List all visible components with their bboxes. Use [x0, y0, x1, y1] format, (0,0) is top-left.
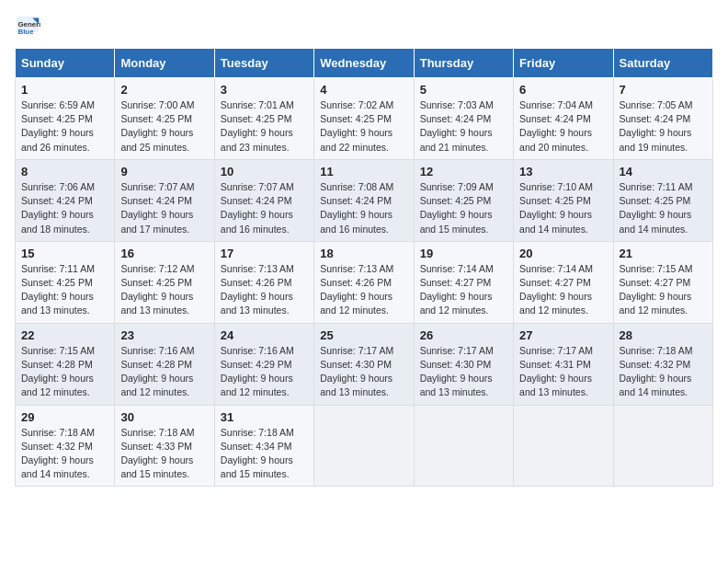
calendar-cell: 2 Sunrise: 7:00 AM Sunset: 4:25 PM Dayli…	[115, 78, 214, 160]
calendar-cell	[613, 405, 712, 487]
calendar-cell	[514, 405, 613, 487]
calendar-cell	[414, 405, 513, 487]
day-number: 16	[120, 247, 208, 260]
day-info: Sunrise: 7:13 AM Sunset: 4:26 PM Dayligh…	[221, 262, 308, 318]
calendar-cell: 28 Sunrise: 7:18 AM Sunset: 4:32 PM Dayl…	[613, 323, 712, 405]
calendar-cell: 5 Sunrise: 7:03 AM Sunset: 4:24 PM Dayli…	[414, 78, 513, 160]
calendar-week-row: 8 Sunrise: 7:06 AM Sunset: 4:24 PM Dayli…	[16, 159, 713, 241]
day-info: Sunrise: 7:07 AM Sunset: 4:24 PM Dayligh…	[120, 180, 208, 236]
calendar-week-row: 15 Sunrise: 7:11 AM Sunset: 4:25 PM Dayl…	[16, 241, 713, 323]
calendar-cell: 25 Sunrise: 7:17 AM Sunset: 4:30 PM Dayl…	[314, 323, 414, 405]
day-number: 3	[221, 83, 308, 97]
day-info: Sunrise: 7:16 AM Sunset: 4:29 PM Dayligh…	[221, 344, 308, 400]
day-number: 15	[21, 247, 108, 260]
day-number: 19	[420, 247, 507, 260]
day-info: Sunrise: 7:16 AM Sunset: 4:28 PM Dayligh…	[120, 344, 208, 400]
day-number: 4	[320, 83, 407, 97]
calendar-cell: 12 Sunrise: 7:09 AM Sunset: 4:25 PM Dayl…	[414, 159, 513, 241]
day-number: 1	[21, 83, 108, 97]
calendar-cell: 22 Sunrise: 7:15 AM Sunset: 4:28 PM Dayl…	[16, 323, 115, 405]
day-info: Sunrise: 7:10 AM Sunset: 4:25 PM Dayligh…	[519, 180, 607, 236]
day-info: Sunrise: 7:17 AM Sunset: 4:30 PM Dayligh…	[420, 344, 507, 400]
day-info: Sunrise: 7:04 AM Sunset: 4:24 PM Dayligh…	[519, 98, 607, 155]
calendar-header-friday: Friday	[514, 49, 613, 78]
day-number: 26	[420, 328, 507, 342]
svg-text:Blue: Blue	[18, 28, 35, 36]
day-number: 8	[21, 165, 108, 178]
calendar-cell: 15 Sunrise: 7:11 AM Sunset: 4:25 PM Dayl…	[16, 241, 115, 323]
day-number: 9	[120, 165, 208, 178]
calendar-week-row: 22 Sunrise: 7:15 AM Sunset: 4:28 PM Dayl…	[16, 323, 713, 405]
calendar-header-saturday: Saturday	[613, 49, 712, 78]
day-info: Sunrise: 7:05 AM Sunset: 4:24 PM Dayligh…	[620, 98, 707, 155]
calendar-cell: 1 Sunrise: 6:59 AM Sunset: 4:25 PM Dayli…	[16, 78, 115, 160]
day-info: Sunrise: 7:03 AM Sunset: 4:24 PM Dayligh…	[420, 98, 507, 155]
page-header: General Blue	[15, 15, 713, 40]
day-number: 30	[120, 410, 208, 424]
day-number: 5	[420, 83, 507, 97]
calendar-cell: 10 Sunrise: 7:07 AM Sunset: 4:24 PM Dayl…	[214, 159, 313, 241]
day-info: Sunrise: 7:18 AM Sunset: 4:34 PM Dayligh…	[221, 426, 308, 482]
calendar-header-tuesday: Tuesday	[214, 49, 313, 78]
calendar-header-thursday: Thursday	[414, 49, 513, 78]
day-number: 2	[120, 83, 208, 97]
calendar-header-monday: Monday	[115, 49, 214, 78]
day-number: 22	[21, 328, 108, 342]
day-info: Sunrise: 7:06 AM Sunset: 4:24 PM Dayligh…	[21, 180, 108, 236]
day-number: 13	[519, 165, 607, 178]
day-number: 23	[120, 328, 208, 342]
calendar-cell: 13 Sunrise: 7:10 AM Sunset: 4:25 PM Dayl…	[514, 159, 613, 241]
calendar-header-row: SundayMondayTuesdayWednesdayThursdayFrid…	[16, 49, 713, 78]
calendar-cell: 14 Sunrise: 7:11 AM Sunset: 4:25 PM Dayl…	[613, 159, 712, 241]
calendar-header-wednesday: Wednesday	[314, 49, 414, 78]
day-number: 17	[221, 247, 308, 260]
day-info: Sunrise: 7:07 AM Sunset: 4:24 PM Dayligh…	[221, 180, 308, 236]
logo-icon: General Blue	[15, 15, 40, 40]
day-info: Sunrise: 7:17 AM Sunset: 4:31 PM Dayligh…	[519, 344, 607, 400]
day-number: 11	[320, 165, 407, 178]
day-number: 25	[320, 328, 407, 342]
day-number: 6	[519, 83, 607, 97]
calendar-cell: 27 Sunrise: 7:17 AM Sunset: 4:31 PM Dayl…	[514, 323, 613, 405]
day-info: Sunrise: 7:14 AM Sunset: 4:27 PM Dayligh…	[420, 262, 507, 318]
day-number: 29	[21, 410, 108, 424]
calendar-cell: 16 Sunrise: 7:12 AM Sunset: 4:25 PM Dayl…	[115, 241, 214, 323]
calendar-cell: 31 Sunrise: 7:18 AM Sunset: 4:34 PM Dayl…	[214, 405, 313, 487]
day-number: 20	[519, 247, 607, 260]
day-number: 28	[620, 328, 707, 342]
calendar-cell	[314, 405, 414, 487]
calendar-table: SundayMondayTuesdayWednesdayThursdayFrid…	[15, 48, 713, 487]
day-info: Sunrise: 7:13 AM Sunset: 4:26 PM Dayligh…	[320, 262, 407, 318]
calendar-cell: 29 Sunrise: 7:18 AM Sunset: 4:32 PM Dayl…	[16, 405, 115, 487]
day-number: 14	[620, 165, 707, 178]
day-number: 12	[420, 165, 507, 178]
calendar-cell: 11 Sunrise: 7:08 AM Sunset: 4:24 PM Dayl…	[314, 159, 414, 241]
day-info: Sunrise: 7:17 AM Sunset: 4:30 PM Dayligh…	[320, 344, 407, 400]
day-info: Sunrise: 7:18 AM Sunset: 4:33 PM Dayligh…	[120, 426, 208, 482]
day-number: 21	[620, 247, 707, 260]
day-info: Sunrise: 7:11 AM Sunset: 4:25 PM Dayligh…	[21, 262, 108, 318]
day-info: Sunrise: 7:15 AM Sunset: 4:27 PM Dayligh…	[620, 262, 707, 318]
calendar-cell: 18 Sunrise: 7:13 AM Sunset: 4:26 PM Dayl…	[314, 241, 414, 323]
day-number: 10	[221, 165, 308, 178]
calendar-cell: 17 Sunrise: 7:13 AM Sunset: 4:26 PM Dayl…	[214, 241, 313, 323]
calendar-header-sunday: Sunday	[16, 49, 115, 78]
day-number: 24	[221, 328, 308, 342]
calendar-cell: 20 Sunrise: 7:14 AM Sunset: 4:27 PM Dayl…	[514, 241, 613, 323]
day-info: Sunrise: 6:59 AM Sunset: 4:25 PM Dayligh…	[21, 98, 108, 155]
calendar-cell: 9 Sunrise: 7:07 AM Sunset: 4:24 PM Dayli…	[115, 159, 214, 241]
day-info: Sunrise: 7:11 AM Sunset: 4:25 PM Dayligh…	[620, 180, 707, 236]
calendar-cell: 6 Sunrise: 7:04 AM Sunset: 4:24 PM Dayli…	[514, 78, 613, 160]
calendar-cell: 8 Sunrise: 7:06 AM Sunset: 4:24 PM Dayli…	[16, 159, 115, 241]
day-info: Sunrise: 7:02 AM Sunset: 4:25 PM Dayligh…	[320, 98, 407, 155]
day-info: Sunrise: 7:18 AM Sunset: 4:32 PM Dayligh…	[620, 344, 707, 400]
day-info: Sunrise: 7:14 AM Sunset: 4:27 PM Dayligh…	[519, 262, 607, 318]
day-info: Sunrise: 7:09 AM Sunset: 4:25 PM Dayligh…	[420, 180, 507, 236]
day-info: Sunrise: 7:12 AM Sunset: 4:25 PM Dayligh…	[120, 262, 208, 318]
calendar-cell: 24 Sunrise: 7:16 AM Sunset: 4:29 PM Dayl…	[214, 323, 313, 405]
day-number: 18	[320, 247, 407, 260]
logo: General Blue	[15, 15, 44, 40]
calendar-cell: 21 Sunrise: 7:15 AM Sunset: 4:27 PM Dayl…	[613, 241, 712, 323]
day-number: 27	[519, 328, 607, 342]
calendar-week-row: 29 Sunrise: 7:18 AM Sunset: 4:32 PM Dayl…	[16, 405, 713, 487]
